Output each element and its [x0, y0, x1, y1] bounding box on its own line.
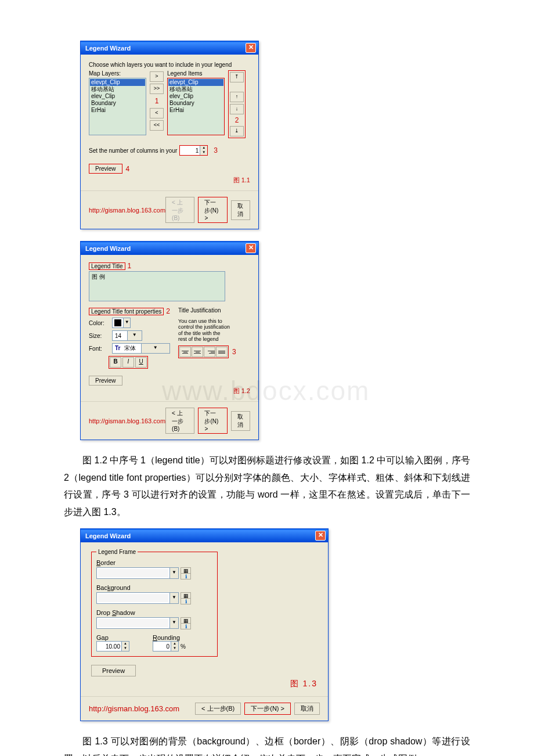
preview-button[interactable]: Preview: [91, 665, 136, 676]
paragraph-1: 图 1.2 中序号 1（legend title）可以对图例标题进行修改设置，如…: [64, 452, 470, 520]
annotation-1: 1: [128, 262, 132, 270]
justification-help-text: You can use this to control the justific…: [178, 318, 230, 342]
next-button[interactable]: 下一步(N) >: [198, 197, 228, 223]
gap-spinner[interactable]: ▲▼: [96, 641, 129, 651]
move-up-button[interactable]: ↑: [230, 92, 244, 102]
shadow-info-button[interactable]: ℹ: [181, 623, 191, 629]
spin-up-icon[interactable]: ▲: [200, 146, 207, 150]
legend-title-group-label: Legend Title: [89, 262, 125, 270]
remove-button[interactable]: <: [150, 108, 164, 118]
cancel-button[interactable]: 取消: [231, 411, 250, 431]
size-combo[interactable]: 14▼: [112, 330, 142, 341]
columns-input[interactable]: [180, 146, 200, 155]
move-bottom-button[interactable]: ⤓: [230, 126, 244, 136]
figure-label: 图 1.1: [89, 176, 250, 185]
list-item[interactable]: 移动基站: [90, 86, 145, 93]
justification-group-label: Title Justification: [178, 307, 250, 314]
drop-shadow-label: Drop Shadow: [96, 609, 212, 616]
align-justify-button[interactable]: [216, 347, 228, 357]
blog-url: http://gisman.blog.163.com: [89, 207, 165, 214]
annotation-3: 3: [214, 146, 218, 154]
dialog-title: Legend Wizard: [85, 532, 131, 539]
close-icon[interactable]: ✕: [246, 243, 256, 253]
shadow-combo[interactable]: ▼: [96, 617, 179, 629]
spin-down-icon[interactable]: ▼: [122, 646, 129, 651]
chevron-down-icon[interactable]: ▼: [169, 568, 178, 578]
spin-down-icon[interactable]: ▼: [171, 646, 178, 651]
spin-up-icon[interactable]: ▲: [122, 642, 129, 646]
border-combo[interactable]: ▼: [96, 567, 179, 579]
rounding-spinner[interactable]: ▲▼: [153, 641, 179, 651]
legend-title-input[interactable]: 图 例: [89, 271, 225, 301]
italic-button[interactable]: I: [122, 357, 134, 368]
spin-down-icon[interactable]: ▼: [200, 150, 207, 155]
align-center-button[interactable]: [192, 347, 203, 357]
move-top-button[interactable]: ⤒: [230, 72, 244, 82]
chevron-down-icon[interactable]: ▼: [141, 344, 170, 353]
rounding-input[interactable]: [153, 642, 171, 651]
preview-button[interactable]: Preview: [89, 376, 122, 386]
annotation-2: 2: [235, 116, 239, 124]
blog-url: http://gisman.blog.163.com: [89, 704, 179, 713]
list-item[interactable]: 移动基站: [168, 86, 223, 93]
align-left-button[interactable]: [179, 347, 191, 357]
list-item[interactable]: elevpt_Clip: [168, 79, 223, 86]
move-down-button[interactable]: ↓: [230, 104, 244, 114]
remove-all-button[interactable]: <<: [150, 120, 164, 131]
cancel-button[interactable]: 取消: [231, 200, 250, 220]
chevron-down-icon[interactable]: ▼: [169, 618, 178, 628]
next-button[interactable]: 下一步(N) >: [198, 408, 228, 434]
bold-button[interactable]: B: [110, 357, 121, 368]
list-item[interactable]: ErHai: [168, 107, 223, 114]
border-info-button[interactable]: ℹ: [181, 573, 191, 579]
background-combo[interactable]: ▼: [96, 592, 179, 604]
list-item[interactable]: elevpt_Clip: [90, 79, 145, 86]
columns-label: Set the number of columns in your: [89, 147, 177, 154]
annotation-4: 4: [126, 165, 130, 173]
legend-items-list[interactable]: elevpt_Clip 移动基站 elev_Clip Boundary ErHa…: [167, 78, 225, 135]
chevron-down-icon[interactable]: ▼: [169, 593, 178, 603]
close-icon[interactable]: ✕: [315, 531, 326, 541]
bg-info-button[interactable]: ℹ: [181, 598, 191, 604]
color-picker[interactable]: ▼: [112, 318, 131, 328]
list-item[interactable]: elev_Clip: [90, 93, 145, 100]
annotation-1: 1: [155, 97, 159, 105]
list-item[interactable]: ErHai: [90, 107, 145, 114]
back-button[interactable]: < 上一步(B): [165, 197, 194, 223]
spin-up-icon[interactable]: ▲: [171, 642, 178, 646]
shadow-props-button[interactable]: ▦: [181, 617, 191, 623]
bg-props-button[interactable]: ▦: [181, 592, 191, 598]
back-button[interactable]: < 上一步(B): [195, 703, 241, 715]
back-button[interactable]: < 上一步(B): [165, 408, 194, 434]
columns-spinner[interactable]: ▲▼: [179, 145, 208, 156]
list-item[interactable]: Boundary: [168, 100, 223, 107]
list-item[interactable]: Boundary: [90, 100, 145, 107]
add-all-button[interactable]: >>: [150, 84, 164, 94]
gap-input[interactable]: [97, 642, 121, 651]
map-layers-label: Map Layers:: [89, 70, 146, 77]
titlebar: Legend Wizard ✕: [81, 41, 258, 55]
legend-wizard-dialog-2: Legend Wizard ✕ Legend Title 1 图 例 Legen…: [80, 241, 259, 440]
cancel-button[interactable]: 取消: [294, 703, 320, 715]
font-props-group-label: Legend Title font properties: [89, 308, 164, 315]
font-combo[interactable]: Tr 宋体▼: [112, 343, 170, 354]
chevron-down-icon[interactable]: ▼: [127, 331, 142, 340]
border-label: Border: [96, 559, 212, 566]
map-layers-list[interactable]: elevpt_Clip 移动基站 elev_Clip Boundary ErHa…: [89, 78, 146, 135]
align-right-button[interactable]: [204, 347, 215, 357]
close-icon[interactable]: ✕: [246, 43, 256, 53]
chevron-down-icon[interactable]: ▼: [123, 318, 130, 327]
legend-items-label: Legend Items: [167, 70, 225, 77]
instruction-text: Choose which layers you want to include …: [89, 62, 250, 68]
annotation-2: 2: [166, 307, 170, 315]
border-props-button[interactable]: ▦: [181, 567, 191, 573]
color-label: Color:: [89, 320, 109, 326]
legend-frame-group-label: Legend Frame: [96, 549, 138, 555]
list-item[interactable]: elev_Clip: [168, 93, 223, 100]
underline-button[interactable]: U: [135, 357, 147, 368]
preview-button[interactable]: Preview: [89, 164, 122, 174]
figure-label: 图 1.3: [91, 679, 317, 689]
add-button[interactable]: >: [150, 71, 164, 82]
rounding-label: Rounding: [153, 634, 186, 641]
next-button[interactable]: 下一步(N) >: [244, 703, 291, 715]
